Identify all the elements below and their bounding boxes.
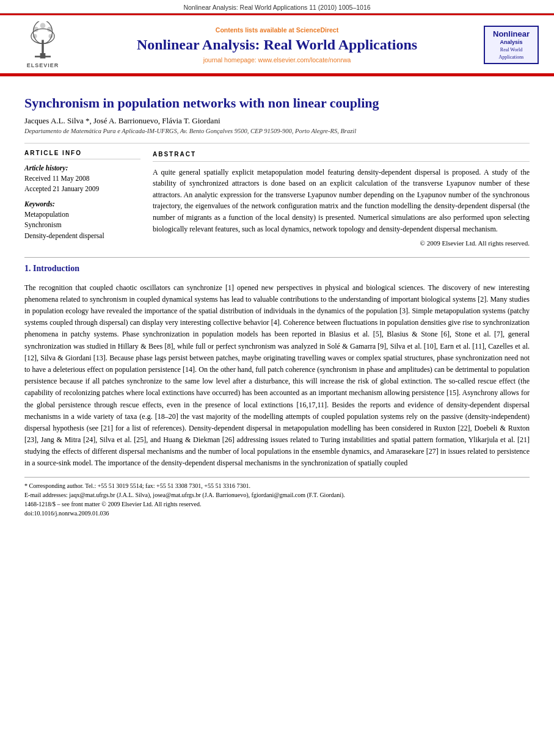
journal-homepage: journal homepage: www.elsevier.com/locat…: [203, 56, 351, 64]
abstract-text: A quite general spatially explicit metap…: [153, 167, 530, 235]
affiliation: Departamento de Matemática Pura e Aplica…: [24, 128, 530, 134]
elsevier-logo: ELSEVIER: [21, 21, 64, 68]
sciencedirect-link-text[interactable]: ScienceDirect: [296, 26, 338, 34]
journal-citation-text: Nonlinear Analysis: Real World Applicati…: [183, 4, 370, 11]
email-addresses: jaqx@mat.ufrgs.br (J.A.L. Silva), josea@…: [69, 492, 344, 498]
footnote-emails: E-mail addresses: jaqx@mat.ufrgs.br (J.A…: [24, 490, 530, 500]
article-info-header: ARTICLE INFO: [24, 150, 140, 159]
elsevier-tree-icon: [21, 21, 64, 61]
svg-point-7: [40, 23, 46, 29]
sciencedirect-link: Contents lists available at ScienceDirec…: [216, 26, 338, 34]
keyword-2: Synchronism: [24, 220, 140, 230]
svg-point-8: [33, 34, 37, 38]
journal-header-center: Contents lists available at ScienceDirec…: [79, 21, 475, 68]
introduction-section: 1. Introduction The recognition that cou…: [24, 264, 530, 470]
page: Nonlinear Analysis: Real World Applicati…: [0, 0, 554, 756]
svg-point-9: [49, 34, 53, 38]
authors: Jacques A.L. Silva *, José A. Barrionuev…: [24, 116, 530, 126]
keyword-3: Density-dependent dispersal: [24, 231, 140, 241]
received-date: Received 11 May 2008: [24, 173, 140, 184]
email-label: E-mail addresses:: [24, 492, 68, 498]
keywords-label: Keywords:: [24, 200, 140, 208]
homepage-link[interactable]: www.elsevier.com/locate/nonrwa: [258, 56, 351, 64]
journal-badge-container: Nonlinear Analysis Real World Applicatio…: [481, 21, 542, 68]
abstract-header: ABSTRACT: [153, 150, 530, 162]
footnote-doi: doi:10.1016/j.nonrwa.2009.01.036: [24, 509, 530, 518]
homepage-prefix: journal homepage:: [203, 56, 258, 64]
sciencedirect-prefix: Contents lists available at: [216, 26, 296, 34]
abstract-column: ABSTRACT A quite general spatially expli…: [153, 150, 530, 249]
article-info-column: ARTICLE INFO Article history: Received 1…: [24, 150, 140, 249]
svg-point-6: [47, 27, 53, 32]
keywords-section: Keywords: Metapopulation Synchronism Den…: [24, 200, 140, 241]
journal-header: ELSEVIER Contents lists available at Sci…: [0, 16, 554, 75]
copyright-line: © 2009 Elsevier Ltd. All rights reserved…: [153, 238, 530, 249]
journal-citation: Nonlinear Analysis: Real World Applicati…: [0, 0, 554, 13]
article-title: Synchronism in population networks with …: [24, 95, 530, 112]
svg-point-5: [33, 27, 38, 32]
red-bar-bottom: [0, 75, 554, 76]
elsevier-logo-container: ELSEVIER: [12, 21, 73, 68]
section-number: 1.: [24, 264, 31, 273]
article-info-abstract: ARTICLE INFO Article history: Received 1…: [24, 143, 530, 249]
section-title-text: Introduction: [33, 264, 79, 273]
footnote-star: * Corresponding author. Tel.: +55 51 301…: [24, 481, 530, 490]
footnote-section: * Corresponding author. Tel.: +55 51 301…: [24, 477, 530, 518]
introduction-paragraph: The recognition that coupled chaotic osc…: [24, 282, 530, 470]
nonlinear-badge: Nonlinear Analysis Real World Applicatio…: [484, 26, 539, 65]
keyword-1: Metapopulation: [24, 209, 140, 220]
accepted-date: Accepted 21 January 2009: [24, 184, 140, 194]
journal-title: Nonlinear Analysis: Real World Applicati…: [137, 36, 417, 54]
section-divider: [24, 257, 530, 258]
article-history-label: Article history:: [24, 164, 140, 172]
red-bar-top: [0, 13, 554, 15]
main-content: Synchronism in population networks with …: [0, 78, 554, 530]
svg-rect-1: [35, 56, 51, 57]
section-title-introduction: 1. Introduction: [24, 264, 530, 274]
badge-line1: Nonlinear: [489, 29, 534, 40]
elsevier-name-text: ELSEVIER: [27, 62, 59, 68]
badge-line2: Analysis: [500, 39, 522, 45]
footnote-issn: 1468-1218/$ – see front matter © 2009 El…: [24, 500, 530, 509]
svg-rect-2: [42, 40, 43, 54]
